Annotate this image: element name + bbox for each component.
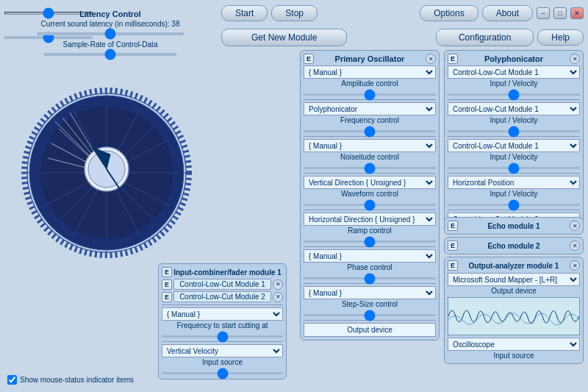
sample-rate-label: Sample-Rate of Control-Data bbox=[7, 40, 213, 49]
poly-row1-label: Input / Velocity bbox=[448, 79, 580, 88]
poly-row4-select[interactable]: Horizontal Position bbox=[448, 176, 580, 189]
maximize-button[interactable]: □ bbox=[553, 7, 567, 19]
ctrl-lowcut1-close-btn[interactable]: ✕ bbox=[273, 279, 283, 290]
poly-row1-slider[interactable] bbox=[448, 93, 580, 96]
latency-title: Latency Control bbox=[7, 10, 213, 18]
help-button[interactable]: Help bbox=[537, 29, 584, 46]
ramp-label: Ramp control bbox=[304, 227, 436, 235]
noise-slider[interactable] bbox=[304, 167, 436, 169]
primary-osc-close-btn[interactable]: ✕ bbox=[426, 54, 436, 64]
phase-label: Phase control bbox=[304, 263, 436, 271]
get-new-module-button[interactable]: Get New Module bbox=[221, 29, 347, 46]
echo2-e-btn[interactable]: E bbox=[448, 240, 458, 251]
echo2-close-btn[interactable]: ✕ bbox=[570, 240, 580, 251]
freq-cut-slider[interactable] bbox=[162, 335, 283, 338]
oscilloscope-select[interactable]: Oscilloscope bbox=[448, 338, 580, 351]
echo1-title: Echo module 1 bbox=[458, 222, 570, 230]
ctrl-lowcut1-label: Control-Low-Cut Module 1 bbox=[173, 279, 271, 290]
poly-e-btn[interactable]: E bbox=[448, 54, 458, 64]
stepsize-select[interactable]: { Manual } bbox=[304, 286, 436, 299]
output-device-label: Output device bbox=[306, 326, 434, 334]
noise-label: Noiseitude control bbox=[304, 153, 436, 161]
echo1-e-btn[interactable]: E bbox=[448, 221, 458, 231]
ramp-select[interactable]: Horizontal Direction { Unsigned } bbox=[304, 213, 436, 226]
configuration-button[interactable]: Configuration bbox=[436, 29, 534, 46]
input-combiner-title: Input-combiner/fader module 1 bbox=[172, 268, 283, 277]
output-device-select[interactable]: Microsoft Sound Mapper - [L+R] bbox=[448, 273, 580, 286]
echo2-title: Echo module 2 bbox=[458, 242, 570, 250]
input-source-label2: Input source bbox=[162, 358, 283, 366]
show-mouse-label: Show mouse-status indicator items bbox=[20, 376, 134, 384]
poly-row2-label: Input / Velocity bbox=[448, 116, 580, 124]
minimize-button[interactable]: – bbox=[537, 7, 550, 19]
oscilloscope-visual bbox=[18, 85, 195, 261]
input-combiner-panel: E Input-combiner/fader module 1 E Contro… bbox=[158, 263, 287, 379]
waveform-label: Waveform control bbox=[304, 190, 436, 198]
phase-slider[interactable] bbox=[304, 277, 436, 279]
ctrl-lowcut1-e-btn[interactable]: E bbox=[162, 279, 172, 290]
frequency-label: Frequency control bbox=[304, 116, 436, 124]
poly-title: Polyphonicator bbox=[458, 54, 570, 63]
manual-select[interactable]: { Manual } bbox=[162, 307, 283, 321]
sample-rate-slider2[interactable] bbox=[44, 53, 176, 56]
ctrl-lowcut2-e-btn[interactable]: E bbox=[162, 292, 172, 302]
amplitude-slider[interactable] bbox=[304, 93, 436, 96]
velocity-select[interactable]: Vertical Velocity bbox=[162, 344, 283, 357]
poly-row3-slider[interactable] bbox=[448, 167, 580, 169]
close-button[interactable]: ✕ bbox=[570, 7, 584, 19]
start-button[interactable]: Start bbox=[221, 5, 268, 21]
poly-close-btn[interactable]: ✕ bbox=[570, 54, 580, 64]
phase-select[interactable]: { Manual } bbox=[304, 249, 436, 263]
noise-select[interactable]: { Manual } bbox=[304, 139, 436, 152]
output-analyzer-title: Output-analyzer module 1 bbox=[458, 262, 570, 270]
poly-row2-slider[interactable] bbox=[448, 130, 580, 132]
poly-row4-label: Input / Velocity bbox=[448, 190, 580, 198]
waveform-display bbox=[448, 297, 580, 335]
output-analyzer-close-btn[interactable]: ✕ bbox=[570, 260, 580, 271]
waveform-select[interactable]: Vertical Direction { Unsigned } bbox=[304, 176, 436, 189]
poly-row1-select[interactable]: Control-Low-Cut Module 1 bbox=[448, 65, 580, 79]
stepsize-label: Step-Size control bbox=[304, 300, 436, 308]
echo-module-1-panel: E Echo module 1 ✕ bbox=[444, 217, 584, 235]
waveform-slider[interactable] bbox=[304, 204, 436, 206]
ctrl-lowcut1-row: E Control-Low-Cut Module 1 ✕ bbox=[162, 279, 283, 290]
echo-module-2-panel: E Echo module 2 ✕ bbox=[444, 237, 584, 254]
echo1-close-btn[interactable]: ✕ bbox=[570, 221, 580, 231]
ramp-slider[interactable] bbox=[304, 240, 436, 243]
input-combiner-e-btn[interactable]: E bbox=[162, 267, 172, 277]
polyphonicator-panel: E Polyphonicator ✕ Control-Low-Cut Modul… bbox=[444, 50, 584, 231]
stop-button[interactable]: Stop bbox=[271, 5, 318, 21]
poly-row3-select[interactable]: Control-Low-Cut Module 1 bbox=[448, 139, 580, 152]
primary-osc-e-btn[interactable]: E bbox=[304, 54, 314, 64]
poly-row2-select[interactable]: Control-Low-Cut Module 1 bbox=[448, 102, 580, 115]
ctrl-lowcut2-close-btn[interactable]: ✕ bbox=[273, 292, 283, 302]
stepsize-slider[interactable] bbox=[304, 314, 436, 316]
latency-slider2[interactable] bbox=[37, 32, 184, 35]
output-analyzer-e-btn[interactable]: E bbox=[448, 260, 458, 271]
primary-osc-title: Primary Oscillator bbox=[314, 54, 426, 63]
show-mouse-row: Show mouse-status indicator items bbox=[7, 375, 134, 385]
input-source-label: Input source bbox=[448, 352, 580, 360]
frequency-slider[interactable] bbox=[304, 130, 436, 132]
output-analyzer-panel: E Output-analyzer module 1 ✕ Microsoft S… bbox=[444, 257, 584, 364]
latency-subtitle: Current sound latency (in milliseconds):… bbox=[7, 20, 213, 28]
output-device-label2: Output device bbox=[448, 287, 580, 295]
ctrl-lowcut2-row: E Control-Low-Cut Module 2 ✕ bbox=[162, 291, 283, 302]
options-button[interactable]: Options bbox=[420, 5, 478, 21]
velocity-slider[interactable] bbox=[162, 372, 283, 374]
amplitude-select[interactable]: { Manual } bbox=[304, 65, 436, 79]
echo-section: E Echo module 1 ✕ E Echo module 2 ✕ E Ou… bbox=[444, 217, 584, 364]
show-mouse-checkbox[interactable] bbox=[7, 375, 17, 385]
frequency-select[interactable]: Polyphonicator bbox=[304, 102, 436, 115]
poly-row4-slider[interactable] bbox=[448, 204, 580, 206]
primary-oscillator-panel: E Primary Oscillator ✕ { Manual } Amplit… bbox=[300, 50, 440, 341]
freq-cut-label: Frequency to start cutting at bbox=[162, 321, 283, 329]
about-button[interactable]: About bbox=[482, 5, 533, 21]
ctrl-lowcut2-label: Control-Low-Cut Module 2 bbox=[173, 291, 271, 302]
poly-row3-label: Input / Velocity bbox=[448, 153, 580, 161]
amplitude-label: Amplitude control bbox=[304, 79, 436, 88]
